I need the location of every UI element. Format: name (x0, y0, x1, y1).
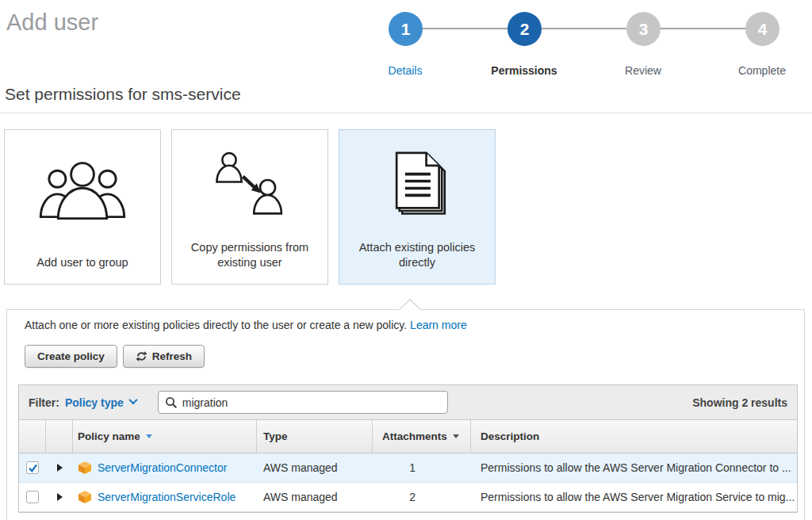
managed-policy-icon (78, 461, 92, 475)
option-card-label: Copy permissions from existing user (172, 240, 327, 284)
policy-name-link[interactable]: ServerMigrationConnector (98, 461, 227, 474)
refresh-icon (136, 350, 147, 362)
table-header: Policy name Type Attachments Description (19, 420, 797, 453)
step-connector (423, 28, 508, 29)
description-cell: Permissions to allow the AWS Server Migr… (471, 483, 797, 511)
page-title: Add user (6, 10, 98, 36)
step-connector (661, 28, 745, 29)
row-checkbox-unchecked[interactable] (26, 491, 39, 503)
description-cell: Permissions to allow the AWS Server Migr… (471, 453, 797, 482)
section-heading: Set permissions for sms-service (5, 85, 241, 104)
step-2-label: Permissions (469, 64, 580, 77)
filter-label: Filter: (29, 396, 59, 409)
add-user-wizard-page: Add user 1 2 3 4 Details Permissions Rev… (0, 0, 812, 520)
refresh-button[interactable]: Refresh (123, 345, 205, 368)
step-2-circle: 2 (508, 12, 542, 46)
option-card-label: Add user to group (19, 255, 145, 284)
policy-type-cell: AWS managed (257, 483, 373, 511)
step-connector (542, 28, 626, 29)
toolbar: Create policy Refresh (25, 345, 205, 368)
step-4-label: Complete (707, 64, 812, 77)
user-group-icon (36, 130, 128, 255)
expand-row-icon[interactable] (57, 493, 63, 501)
step-3-label: Review (588, 64, 699, 77)
header-policy-name[interactable]: Policy name (73, 420, 257, 453)
step-1-circle[interactable]: 1 (389, 12, 423, 46)
chevron-down-icon (128, 395, 137, 403)
table-row[interactable]: ServerMigrationServiceRole AWS managed 2… (19, 483, 797, 512)
option-card-copy-permissions[interactable]: Copy permissions from existing user (171, 129, 328, 285)
managed-policy-icon (78, 490, 92, 504)
policy-name-link[interactable]: ServerMigrationServiceRole (98, 491, 236, 503)
learn-more-link[interactable]: Learn more (410, 319, 467, 331)
sort-desc-icon (453, 434, 459, 438)
policy-documents-icon (378, 130, 456, 240)
filter-type-dropdown[interactable]: Policy type (65, 396, 136, 409)
policy-search-box[interactable] (158, 391, 448, 414)
results-count: Showing 2 results (692, 396, 787, 409)
checkmark-icon (28, 463, 38, 473)
filter-bar: Filter: Policy type Showing 2 results (19, 385, 797, 420)
row-checkbox-checked[interactable] (26, 461, 39, 474)
step-1-label[interactable]: Details (350, 64, 461, 77)
heading-divider (0, 113, 812, 113)
expand-row-icon[interactable] (57, 464, 63, 472)
option-card-add-user-to-group[interactable]: Add user to group (4, 129, 161, 285)
attachments-cell: 1 (373, 453, 471, 482)
refresh-button-label: Refresh (152, 350, 192, 362)
attachments-cell: 2 (373, 483, 471, 511)
table-row[interactable]: ServerMigrationConnector AWS managed 1 P… (19, 453, 797, 483)
copy-permissions-icon (209, 130, 291, 240)
option-card-label: Attach existing policies directly (339, 240, 495, 284)
header-expand-column (46, 420, 73, 453)
attach-policies-panel: Attach one or more existing policies dir… (6, 309, 805, 520)
header-attachments[interactable]: Attachments (373, 420, 471, 453)
panel-description: Attach one or more existing policies dir… (25, 319, 467, 331)
search-icon (165, 396, 178, 409)
policy-search-input[interactable] (182, 396, 441, 409)
step-4-circle: 4 (745, 12, 779, 46)
sort-desc-icon (146, 434, 152, 438)
policy-type-cell: AWS managed (257, 453, 373, 482)
step-3-circle: 3 (626, 12, 661, 46)
header-checkbox-column (19, 420, 46, 453)
header-type: Type (257, 420, 373, 453)
option-card-attach-policies[interactable]: Attach existing policies directly (339, 129, 496, 285)
header-description: Description (471, 420, 797, 453)
create-policy-button[interactable]: Create policy (25, 345, 117, 368)
policies-table: Filter: Policy type Showing 2 results (18, 384, 798, 513)
